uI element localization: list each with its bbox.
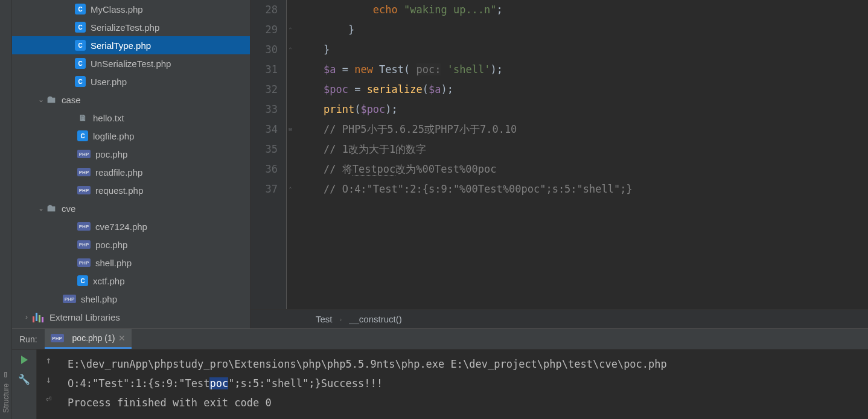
class-file-icon: C	[75, 76, 86, 87]
tree-item-readfile-php[interactable]: PHPreadfile.php	[12, 163, 250, 181]
tree-item-label: shell.php	[95, 258, 132, 268]
tree-item-poc-php[interactable]: PHPpoc.php	[12, 235, 250, 254]
structure-tool-label[interactable]: Structure	[2, 383, 10, 413]
tree-item-label: xctf.php	[93, 276, 125, 286]
tree-item-label: shell.php	[81, 294, 117, 304]
tree-item-label: cve	[62, 203, 75, 214]
edit-config-button[interactable]: 🔧	[19, 374, 30, 385]
tree-item-label: External Libraries	[49, 312, 120, 322]
tree-item-hello-txt[interactable]: 🗎hello.txt	[12, 109, 250, 127]
run-toolbar-secondary: ↑ ↓ ⏎	[36, 350, 60, 419]
folder-icon: 🖿	[46, 94, 57, 105]
breadcrumb-class[interactable]: Test	[316, 314, 333, 324]
tree-item-case[interactable]: ⌄🖿case	[12, 91, 250, 109]
breadcrumb-bar[interactable]: Test › __construct()	[251, 309, 868, 328]
tree-item-label: case	[62, 95, 81, 105]
php-file-icon: PHP	[77, 150, 91, 158]
chevron-right-icon[interactable]: ›	[22, 313, 31, 321]
tree-item-xctf-php[interactable]: Cxctf.php	[12, 272, 250, 290]
tree-item-shell-php[interactable]: PHPshell.php	[12, 290, 250, 308]
text-file-icon: 🗎	[77, 112, 88, 123]
console-selection: poc	[209, 377, 228, 389]
tree-item-label: hello.txt	[93, 113, 124, 123]
run-toolbar-primary: 🔧	[12, 350, 36, 419]
php-file-icon: PHP	[77, 240, 91, 249]
tree-item-serializetest-php[interactable]: CSerializeTest.php	[12, 18, 250, 36]
php-file-icon: PHP	[77, 168, 91, 176]
chevron-right-icon: ›	[340, 316, 342, 323]
tree-item-unserializetest-php[interactable]: CUnSerializeTest.php	[12, 54, 250, 72]
tree-item-cve[interactable]: ⌄🖿cve	[12, 199, 250, 217]
close-icon[interactable]: ✕	[118, 333, 126, 343]
tree-item-poc-php[interactable]: PHPpoc.php	[12, 145, 250, 163]
code-editor: 28293031323334353637 ⌃⌃ ⊟ ⌃ echo "waking…	[251, 0, 868, 328]
folder-icon: 🖿	[46, 203, 57, 214]
tree-item-label: MyClass.php	[91, 4, 143, 14]
run-header: Run: PHP poc.php (1) ✕	[12, 329, 868, 350]
tree-item-serialtype-php[interactable]: CSerialType.php	[12, 36, 250, 54]
chevron-down-icon[interactable]: ⌄	[36, 95, 46, 104]
rerun-button[interactable]	[19, 354, 30, 365]
chevron-down-icon[interactable]: ⌄	[36, 204, 46, 213]
tree-item-label: UnSerializeTest.php	[91, 59, 171, 69]
fold-column[interactable]: ⌃⌃ ⊟ ⌃	[287, 0, 294, 309]
class-file-icon: C	[75, 22, 86, 33]
run-label: Run:	[12, 334, 45, 344]
php-file-icon: PHP	[63, 295, 76, 303]
libraries-icon	[31, 312, 45, 322]
php-file-icon: PHP	[77, 258, 91, 267]
tree-item-user-php[interactable]: CUser.php	[12, 72, 250, 91]
tree-item-label: poc.php	[95, 149, 127, 159]
console-output[interactable]: E:\dev_runApp\phpstudy_pro\Extensions\ph…	[60, 350, 868, 419]
tree-item-label: logfile.php	[93, 131, 134, 141]
bookmarks-icon[interactable]: ▯	[3, 369, 8, 379]
tree-item-logfile-php[interactable]: Clogfile.php	[12, 127, 250, 145]
play-icon	[21, 356, 28, 364]
tree-item-cve7124-php[interactable]: PHPcve7124.php	[12, 217, 250, 235]
tree-item-label: SerialType.php	[91, 40, 151, 51]
up-stack-icon[interactable]: ↑	[43, 354, 54, 365]
run-tool-window: Run: PHP poc.php (1) ✕ 🔧 ↑ ↓ ⏎ E:\dev_ru…	[12, 328, 868, 419]
tree-item-label: cve7124.php	[95, 222, 147, 232]
class-file-icon: C	[75, 4, 86, 14]
tree-item-request-php[interactable]: PHPrequest.php	[12, 181, 250, 199]
tree-item-label: readfile.php	[95, 167, 142, 178]
class-file-icon: C	[75, 40, 86, 51]
php-file-icon: PHP	[77, 222, 91, 231]
breadcrumb-method[interactable]: __construct()	[349, 314, 402, 324]
class-file-icon: C	[77, 275, 88, 286]
tree-item-label: SerializeTest.php	[91, 22, 159, 33]
line-gutter: 28293031323334353637	[251, 0, 287, 309]
project-tree[interactable]: CMyClass.phpCSerializeTest.phpCSerialTyp…	[12, 0, 251, 328]
run-tab[interactable]: PHP poc.php (1) ✕	[45, 329, 132, 349]
tree-item-label: poc.php	[95, 240, 127, 250]
tree-item-label: User.php	[91, 77, 127, 87]
tree-item-external-libraries[interactable]: ›External Libraries	[12, 308, 250, 326]
class-file-icon: C	[75, 58, 86, 69]
code-text[interactable]: echo "waking up...n"; } } $a = new Test(…	[294, 0, 868, 309]
class-file-icon: C	[77, 130, 88, 141]
run-tab-title: poc.php (1)	[72, 333, 115, 343]
soft-wrap-icon[interactable]: ⏎	[43, 393, 54, 404]
php-file-icon: PHP	[77, 186, 91, 194]
down-stack-icon[interactable]: ↓	[43, 374, 54, 385]
tree-item-shell-php[interactable]: PHPshell.php	[12, 254, 250, 272]
tree-item-label: request.php	[95, 185, 143, 196]
tree-item-myclass-php[interactable]: CMyClass.php	[12, 0, 250, 18]
left-tool-rail: ▯ Structure	[0, 0, 12, 419]
php-file-icon: PHP	[51, 334, 64, 342]
